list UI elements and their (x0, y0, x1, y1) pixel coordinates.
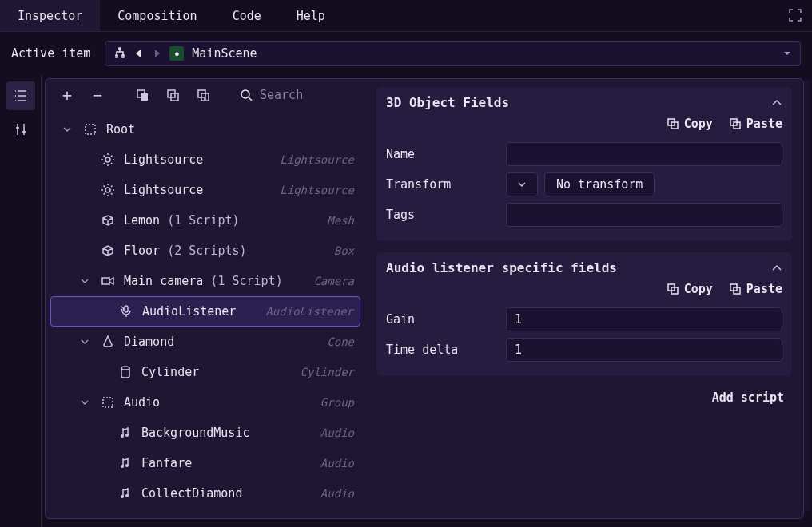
svg-rect-9 (86, 125, 95, 134)
timedelta-field[interactable]: 1 (506, 338, 782, 362)
gain-field-label: Gain (386, 312, 498, 327)
tags-field[interactable] (506, 203, 782, 227)
transform-field-label: Transform (386, 177, 498, 192)
svg-point-14 (121, 367, 129, 370)
transform-value[interactable]: No transform (544, 172, 655, 196)
tab-inspector[interactable]: Inspector (0, 0, 100, 31)
tree-row[interactable]: Lemon (1 Script)Mesh (50, 205, 360, 236)
audio-icon (117, 485, 133, 501)
node-label: Diamond (124, 335, 319, 349)
gain-field[interactable]: 1 (506, 307, 782, 331)
node-type-label: Audio (320, 457, 354, 470)
svg-point-8 (241, 90, 249, 98)
node-label: Main camera (1 Script) (124, 274, 305, 288)
svg-point-18 (121, 465, 124, 468)
tree-row[interactable]: Main camera (1 Script)Camera (50, 266, 360, 296)
remove-button[interactable]: − (86, 83, 109, 107)
light-icon (100, 182, 116, 198)
tree-row[interactable]: AudioListenerAudioListener (50, 296, 360, 327)
svg-rect-3 (141, 93, 148, 101)
node-label: Fanfare (141, 456, 312, 470)
audio-icon (117, 425, 133, 441)
tree-row[interactable]: LightsourceLightsource (50, 145, 360, 175)
scene-tree: RootLightsourceLightsourceLightsourceLig… (46, 111, 365, 518)
sliders-view-button[interactable] (6, 115, 35, 144)
svg-point-0 (16, 127, 18, 129)
chevron-down-icon[interactable] (81, 398, 92, 406)
details-panel: 3D Object Fields Copy Paste (365, 79, 803, 518)
add-button[interactable]: + (55, 83, 79, 107)
section-title: 3D Object Fields (386, 95, 509, 110)
paste-button[interactable]: Paste (729, 282, 782, 296)
breadcrumb: Active item ● MainScene (0, 32, 812, 75)
content-panel: + − Search (45, 78, 804, 519)
chevron-down-icon[interactable] (782, 49, 792, 58)
tab-bar: Inspector Composition Code Help (0, 0, 812, 32)
box-icon (100, 243, 116, 259)
svg-point-20 (121, 495, 124, 498)
transform-expand-button[interactable] (506, 172, 538, 196)
paste-icon[interactable] (191, 83, 215, 107)
script-badge: (1 Script) (203, 274, 282, 288)
audio-icon (117, 455, 133, 471)
svg-point-17 (125, 434, 129, 437)
copy-button[interactable]: Copy (667, 282, 713, 296)
tree-panel: + − Search (46, 79, 365, 518)
node-type-label: Lightsource (280, 184, 354, 196)
node-type-label: Cylinder (301, 366, 354, 378)
tree-row[interactable]: DiamondCone (50, 327, 360, 357)
tree-row[interactable]: Root (50, 114, 360, 145)
tab-composition[interactable]: Composition (100, 0, 214, 31)
scrollbar[interactable] (804, 80, 810, 511)
cone-icon (100, 334, 116, 350)
outline-view-button[interactable] (6, 81, 35, 110)
node-label: CollectDiamond (141, 486, 312, 501)
search-input[interactable]: Search (260, 88, 303, 102)
chevron-down-icon[interactable] (81, 338, 92, 346)
scene-selector[interactable]: ● MainScene (105, 41, 801, 66)
svg-point-11 (105, 188, 110, 192)
nav-back-icon[interactable] (134, 49, 144, 58)
chevron-down-icon[interactable] (63, 125, 74, 133)
tree-row[interactable]: FanfareAudio (50, 448, 360, 478)
add-script-button[interactable]: Add script (376, 387, 792, 408)
node-label: Cylinder (141, 365, 293, 379)
cylinder-icon (117, 364, 133, 380)
light-icon (100, 152, 116, 168)
tags-field-label: Tags (386, 208, 498, 222)
copy-icon[interactable] (161, 83, 185, 107)
script-badge: (1 Script) (160, 213, 239, 228)
fullscreen-icon[interactable] (788, 8, 802, 22)
svg-point-21 (125, 494, 129, 497)
tab-code[interactable]: Code (215, 0, 279, 31)
tree-row[interactable]: AudioGroup (50, 387, 360, 418)
nav-forward-icon[interactable] (152, 49, 161, 58)
chevron-down-icon[interactable] (81, 277, 92, 285)
name-field-label: Name (386, 147, 498, 161)
node-type-label: Lightsource (280, 153, 354, 166)
copy-button[interactable]: Copy (667, 117, 713, 131)
tree-row[interactable]: BackgroundMusicAudio (50, 418, 360, 448)
search-icon[interactable] (239, 88, 253, 102)
mesh-icon (100, 212, 116, 228)
node-type-label: Mesh (327, 214, 354, 227)
node-label: Lemon (1 Script) (124, 213, 319, 228)
collapse-icon[interactable] (771, 97, 782, 109)
tree-row[interactable]: CollectDiamondAudio (50, 478, 360, 509)
node-type-label: Group (320, 396, 354, 409)
tree-row[interactable]: Floor (2 Scripts)Box (50, 236, 360, 266)
node-type-label: Audio (320, 487, 354, 500)
node-label: Floor (2 Scripts) (124, 244, 326, 258)
tree-row[interactable]: CylinderCylinder (50, 357, 360, 387)
duplicate-icon[interactable] (130, 83, 154, 107)
tree-row[interactable]: LightsourceLightsource (50, 175, 360, 205)
paste-button[interactable]: Paste (729, 117, 782, 131)
section-audio-listener-fields: Audio listener specific fields Copy Past… (376, 252, 792, 376)
name-field[interactable] (506, 142, 782, 166)
tab-help[interactable]: Help (279, 0, 343, 31)
copy-label: Copy (684, 117, 713, 131)
section-title: Audio listener specific fields (386, 260, 617, 275)
svg-point-10 (105, 157, 110, 162)
collapse-icon[interactable] (771, 263, 782, 274)
section-3d-object-fields: 3D Object Fields Copy Paste (376, 87, 792, 241)
